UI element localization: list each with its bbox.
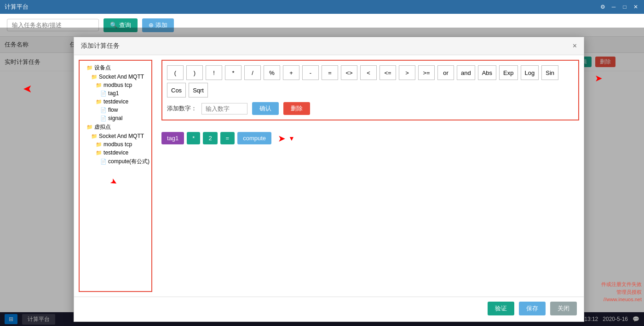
op-divide[interactable]: / xyxy=(244,65,261,80)
minimize-button[interactable]: ─ xyxy=(610,3,617,11)
op-multiply[interactable]: * xyxy=(225,65,242,80)
op-plus[interactable]: + xyxy=(283,65,299,80)
op-exclaim[interactable]: ! xyxy=(206,65,222,80)
op-modulo[interactable]: % xyxy=(264,65,280,80)
op-sqrt[interactable]: Sqrt xyxy=(189,83,208,97)
formula-tokens: tag1 * 2 = compute ➤ ▼ xyxy=(161,132,295,144)
annotation-arrow-edit: ➤ xyxy=(595,73,603,84)
save-button[interactable]: 保存 xyxy=(519,302,546,315)
maximize-button[interactable]: □ xyxy=(621,3,628,11)
tree-item-virtual[interactable]: 虚拟点 xyxy=(82,122,149,132)
tree-item-devices[interactable]: 设备点 xyxy=(82,63,149,73)
modal-footer: 验证 保存 关闭 xyxy=(74,297,584,320)
tree-item-tag1[interactable]: tag1 xyxy=(82,89,149,97)
op-or[interactable]: or xyxy=(437,65,454,80)
operator-box: ( ) ! * / % + - = <> < <= > >= o xyxy=(161,60,579,120)
app-title: 计算平台 xyxy=(5,3,29,11)
close-modal-button[interactable]: 关闭 xyxy=(550,302,577,315)
op-right-paren[interactable]: ) xyxy=(186,65,203,80)
tree-item-signal[interactable]: signal xyxy=(82,114,149,122)
op-cos[interactable]: Cos xyxy=(167,83,186,97)
op-lte[interactable]: <= xyxy=(380,65,396,80)
modal-header: 添加计算任务 × xyxy=(74,37,584,55)
add-number-label: 添加数字： xyxy=(167,104,197,113)
verify-button[interactable]: 验证 xyxy=(488,302,514,315)
op-minus[interactable]: - xyxy=(302,65,319,80)
formula-area: tag1 * 2 = compute ➤ ▼ xyxy=(161,127,579,292)
confirm-number-button[interactable]: 确认 xyxy=(252,102,279,115)
number-input[interactable] xyxy=(201,103,247,114)
main-area: 🔍 查询 ⊕ 添加 任务名称 任务描述 执行间隔 最后执行时间 创建时间 是否分… xyxy=(0,14,644,312)
tree-item-modbus-1[interactable]: modbus tcp xyxy=(82,81,149,89)
close-button[interactable]: ✕ xyxy=(632,3,639,11)
tree-item-flow[interactable]: flow xyxy=(82,106,149,114)
modal-close-button[interactable]: × xyxy=(573,42,577,50)
operator-row: ( ) ! * / % + - = <> < <= > >= o xyxy=(167,65,574,97)
op-gt[interactable]: > xyxy=(399,65,415,80)
tree-item-socket-mqtt-2[interactable]: Socket And MQTT xyxy=(82,132,149,140)
add-task-modal: 添加计算任务 × 设备点 Socket And MQTT modbus tcp … xyxy=(74,37,584,322)
annotation-arrow-left: ➤ xyxy=(23,83,32,96)
tree-item-testdevice-1[interactable]: testdevice xyxy=(82,97,149,106)
modal-body: 设备点 Socket And MQTT modbus tcp tag1 test… xyxy=(74,55,584,297)
tree-item-modbus-2[interactable]: modbus tcp xyxy=(82,140,149,149)
op-sin[interactable]: Sin xyxy=(541,65,558,80)
op-gte[interactable]: >= xyxy=(418,65,435,80)
tree-item-socket-mqtt-1[interactable]: Socket And MQTT xyxy=(82,73,149,81)
tree-item-testdevice-2[interactable]: testdevice xyxy=(82,149,149,157)
titlebar: 计算平台 ⚙ ─ □ ✕ xyxy=(0,0,644,14)
formula-token-tag1[interactable]: tag1 xyxy=(161,132,184,144)
formula-arrow-down: ▼ xyxy=(288,135,295,142)
op-log[interactable]: Log xyxy=(521,65,539,80)
right-annotation: 件或注册文件失效 管理员授权 //www.ineuos.net xyxy=(601,280,642,303)
op-equals[interactable]: = xyxy=(322,65,338,80)
modal-title: 添加计算任务 xyxy=(81,42,120,50)
window-controls: ⚙ ─ □ ✕ xyxy=(599,3,639,11)
formula-token-2[interactable]: 2 xyxy=(203,132,217,144)
add-number-row: 添加数字： 确认 删除 xyxy=(167,102,574,115)
op-exp[interactable]: Exp xyxy=(499,65,518,80)
clear-button[interactable]: 删除 xyxy=(283,102,310,115)
op-left-paren[interactable]: ( xyxy=(167,65,184,80)
settings-icon[interactable]: ⚙ xyxy=(599,3,606,11)
formula-token-equals[interactable]: = xyxy=(220,132,235,144)
op-lt[interactable]: < xyxy=(360,65,377,80)
op-abs[interactable]: Abs xyxy=(478,65,496,80)
formula-arrow-icon: ➤ xyxy=(278,133,286,144)
tree-item-compute[interactable]: compute(有公式) xyxy=(82,157,149,166)
formula-token-multiply[interactable]: * xyxy=(187,132,200,144)
op-and[interactable]: and xyxy=(457,65,475,80)
content-panel: ( ) ! * / % + - = <> < <= > >= o xyxy=(157,55,584,297)
op-notequal[interactable]: <> xyxy=(341,65,357,80)
tree-panel: 设备点 Socket And MQTT modbus tcp tag1 test… xyxy=(79,60,152,292)
formula-token-compute[interactable]: compute xyxy=(237,132,271,144)
